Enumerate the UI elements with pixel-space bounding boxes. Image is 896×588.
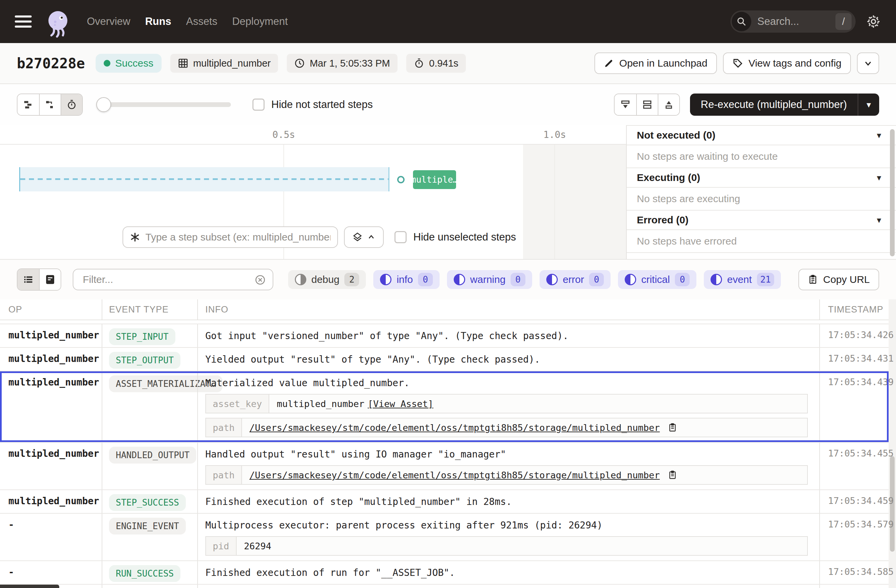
reexecute-dropdown-caret[interactable]: ▾ [858,94,879,116]
post-run-shaded-region [523,144,626,259]
toggle-icon[interactable] [295,274,306,285]
nav-item-assets[interactable]: Assets [186,15,218,27]
partial-footer-strip [0,585,59,588]
table-row[interactable]: - ENGINE_EVENT Multiprocess executor: pa… [0,514,888,561]
metadata-row-path: path/Users/smackesey/stm/code/elementl/o… [205,418,808,437]
gantt-step-bar[interactable]: multiple… [413,170,456,189]
metadata-link[interactable]: [View Asset] [367,399,433,409]
toggle-icon[interactable] [546,274,558,285]
log-info-text: Materialized value multipled_number. [205,377,819,389]
dagster-logo[interactable] [43,8,73,39]
copy-url-button[interactable]: Copy URL [798,269,879,290]
waiting-dashed-line [20,178,389,180]
event-type-chip: STEP_OUTPUT [109,352,180,369]
metadata-label: pid [206,537,237,555]
step-subset-input[interactable] [122,226,338,248]
timestamp-cell: 17:05:34.426 [819,324,888,347]
nav-item-runs[interactable]: Runs [145,15,171,27]
start-time-tag[interactable]: Mar 1, 5:05:33 PM [287,54,398,73]
clear-filter-icon[interactable] [254,274,266,286]
nav-item-deployment[interactable]: Deployment [232,15,288,27]
hide-not-started-checkbox[interactable]: Hide not started steps [253,99,373,111]
filter-chip-debug[interactable]: debug 2 [288,270,366,289]
filter-chip-event[interactable]: event 21 [704,270,781,289]
toggle-icon[interactable] [380,274,392,285]
caret-down-icon[interactable]: ▾ [877,215,881,225]
split-panel-button[interactable] [636,94,658,115]
metadata-row-pid: pid26294 [205,536,808,556]
table-row[interactable]: multipled_number HANDLED_OUTPUT Handled … [0,443,888,490]
log-list-view-button[interactable] [17,269,39,290]
copy-icon[interactable] [668,470,677,480]
table-row[interactable]: multipled_number STEP_OUTPUT Yielded out… [0,348,888,371]
checkbox-icon[interactable] [395,231,407,243]
open-in-launchpad-button[interactable]: Open in Launchpad [594,52,717,74]
column-header-event-type: EVENT TYPE [102,299,197,319]
tag-icon [732,58,743,68]
hamburger-menu-icon[interactable] [15,15,32,27]
panel-section-header[interactable]: Executing (0)▾ [627,168,896,188]
log-toolbar: debug 2 info 0 warning 0 error 0 critica… [0,260,896,299]
clipboard-icon [808,275,818,284]
gantt-zoom-slider[interactable] [98,102,231,107]
timestamp-cell: 17:05:34.455 [819,443,888,489]
table-row[interactable]: multipled_number STEP_INPUT Got input "v… [0,324,888,348]
primary-nav: OverviewRunsAssetsDeployment [87,15,288,27]
top-navigation: OverviewRunsAssetsDeployment / [0,0,896,43]
timed-view-button[interactable] [61,94,82,115]
table-row[interactable]: multipled_number STEP_SUCCESS Finished e… [0,490,888,514]
filter-chip-warning[interactable]: warning 0 [447,270,532,289]
gantt-plot-area[interactable]: multiple… [0,144,626,259]
copy-icon[interactable] [668,423,677,432]
panel-empty-message: No steps are waiting to execute [627,145,896,168]
op-cell: - [0,514,102,561]
log-filter-input[interactable] [73,269,273,290]
slider-knob[interactable] [96,97,111,112]
table-row[interactable]: - RUN_SUCCESS Finished execution of run … [0,561,888,585]
toggle-icon[interactable] [710,274,722,285]
log-info-text: Yielded output "result" of type "Any". (… [205,353,819,366]
hide-unselected-checkbox[interactable]: Hide unselected steps [395,231,516,243]
metadata-row-path: path/Users/smackesey/stm/code/elementl/o… [205,465,808,485]
log-info-text: Finished execution of step "multipled_nu… [205,495,819,508]
filter-chip-critical[interactable]: critical 0 [618,270,696,289]
collapse-panel-button[interactable] [615,94,636,115]
log-info-text: Multiprocess executor: parent process ex… [205,519,819,532]
expand-panel-button[interactable] [658,94,679,115]
duration-tag[interactable]: 0.941s [406,54,466,73]
metadata-row-asset_key: asset_keymultipled_number [View Asset] [205,394,808,413]
toggle-icon[interactable] [454,274,465,285]
view-tags-config-button[interactable]: View tags and config [723,52,851,74]
run-status-badge[interactable]: Success [96,54,161,73]
metadata-label: path [206,466,242,484]
run-header-more-button[interactable] [857,52,879,74]
metadata-link[interactable]: /Users/smackesey/stm/code/elementl/oss/t… [250,422,660,433]
op-cell: multipled_number [0,324,102,347]
table-row[interactable]: - ENGINE_EVENT Process for run exited (p… [0,585,888,588]
table-row-highlighted[interactable]: multipled_number ASSET_MATERIALIZAT… Mat… [0,371,888,443]
log-scroll-gutter[interactable] [888,299,896,588]
log-structured-view-button[interactable] [39,269,61,290]
search-input[interactable] [751,15,835,27]
reexecute-button[interactable]: Re-execute (multipled_number) ▾ [690,94,879,116]
toggle-icon[interactable] [625,274,636,285]
caret-down-icon[interactable]: ▾ [877,173,881,183]
panel-section-header[interactable]: Errored (0)▾ [627,211,896,230]
filter-chip-error[interactable]: error 0 [539,270,611,289]
panel-scrollbar[interactable] [890,129,894,256]
panel-section-header[interactable]: Not executed (0)▾ [627,126,896,145]
job-name-tag[interactable]: multipled_number [170,54,278,73]
waterfall-view-button[interactable] [39,94,61,115]
timestamp-cell: 17:05:34.439 [819,371,888,442]
metadata-link[interactable]: /Users/smackesey/stm/code/elementl/oss/t… [250,470,660,480]
gear-icon[interactable] [866,14,881,29]
caret-down-icon[interactable]: ▾ [877,130,881,141]
checkbox-icon[interactable] [253,99,265,111]
flat-view-button[interactable] [17,94,39,115]
log-table: OP EVENT TYPE INFO TIMESTAMP multipled_n… [0,299,896,588]
nav-item-overview[interactable]: Overview [87,15,130,27]
filter-chip-info[interactable]: info 0 [373,270,439,289]
graph-query-button[interactable] [344,226,384,248]
count-badge: 0 [675,273,690,286]
global-search[interactable]: / [730,11,856,33]
